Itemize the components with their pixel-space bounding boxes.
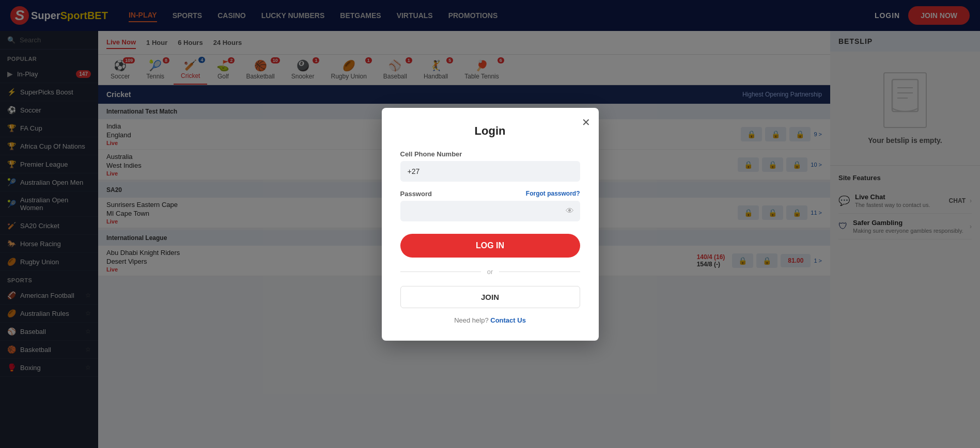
divider-text: or — [481, 268, 500, 276]
divider: or — [400, 268, 580, 276]
forgot-password-link[interactable]: Forgot password? — [526, 190, 580, 197]
need-help-text: Need help? Contact Us — [400, 316, 580, 324]
login-modal: Login ✕ Cell Phone Number Password Forgo… — [382, 108, 599, 341]
eye-icon[interactable]: 👁 — [566, 206, 574, 216]
modal-title: Login — [400, 124, 580, 138]
contact-us-link[interactable]: Contact Us — [490, 316, 526, 324]
phone-form-group: Cell Phone Number — [400, 150, 580, 182]
password-label: Password — [400, 190, 432, 198]
phone-input[interactable] — [400, 161, 580, 182]
modal-overlay[interactable]: Login ✕ Cell Phone Number Password Forgo… — [0, 0, 980, 448]
modal-close-button[interactable]: ✕ — [582, 116, 590, 129]
forgot-password-anchor[interactable]: Forgot password? — [526, 190, 580, 197]
password-form-group: Password Forgot password? 👁 — [400, 190, 580, 221]
password-wrapper: 👁 — [400, 201, 580, 221]
phone-label: Cell Phone Number — [400, 150, 580, 158]
log-in-button[interactable]: LOG IN — [400, 234, 580, 258]
need-help-label: Need help? — [454, 316, 489, 324]
password-input[interactable] — [400, 201, 580, 221]
join-modal-button[interactable]: JOIN — [400, 286, 580, 308]
